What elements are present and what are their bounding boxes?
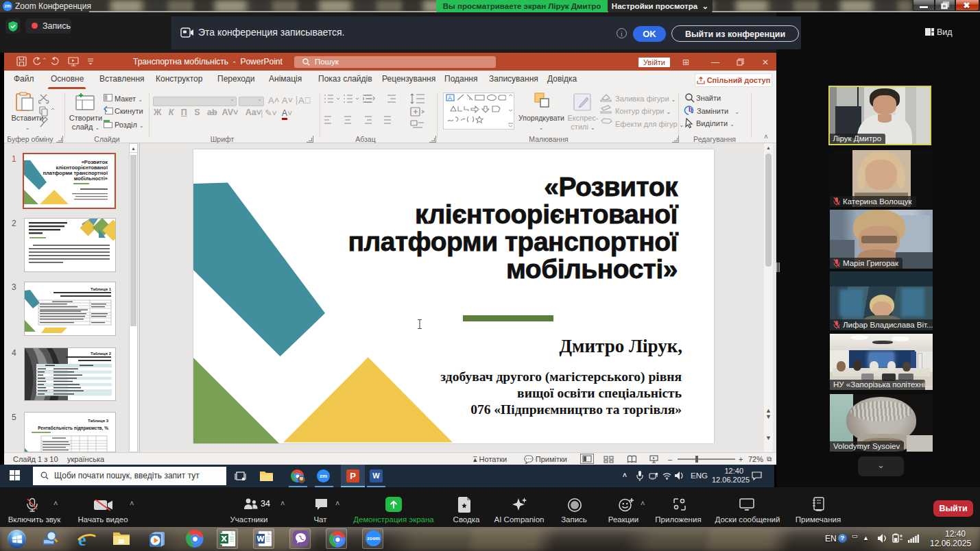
svg-text:Таблиця 2: Таблиця 2: [91, 352, 112, 356]
svg-text:b: b: [689, 106, 693, 113]
svg-text:Таблиця 1: Таблиця 1: [91, 287, 112, 291]
svg-text:мобільності»: мобільності»: [74, 175, 108, 182]
svg-text:Рентабельність підприємств, %: Рентабельність підприємств, %: [38, 426, 108, 431]
svg-text:Таблиця 3: Таблиця 3: [88, 419, 109, 423]
svg-text:A: A: [448, 95, 452, 101]
